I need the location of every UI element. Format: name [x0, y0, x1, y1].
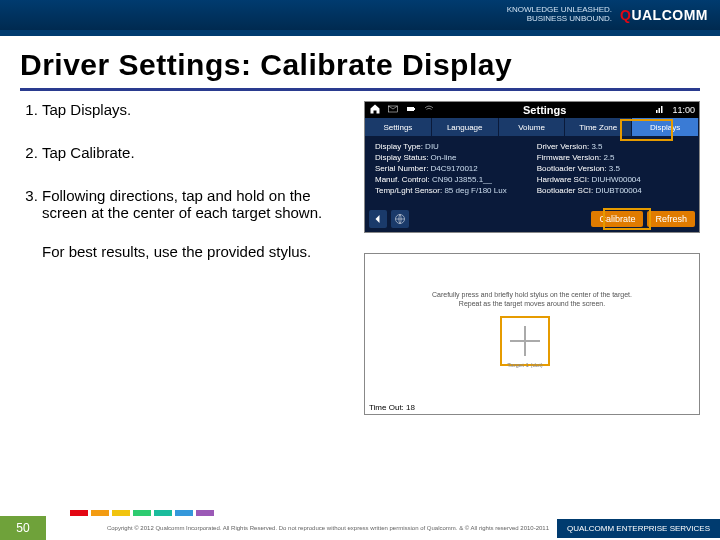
info-row: Firmware Version: 2.5 [537, 153, 642, 162]
timeout-text: Time Out: 18 [369, 403, 415, 412]
info-col-right: Driver Version: 3.5 Firmware Version: 2.… [537, 142, 642, 197]
settings-title: Settings [441, 104, 648, 116]
info-row: Driver Version: 3.5 [537, 142, 642, 151]
mail-icon [387, 103, 399, 117]
cal-line2: Repeat as the target moves around the sc… [365, 299, 699, 308]
calibrate-screenshot: Carefully press and briefly hold stylus … [364, 253, 700, 415]
brand-logo: QUALCOMM [620, 7, 708, 23]
step-1: Tap Displays. [42, 101, 350, 118]
footer-brand: QUALCOMM ENTERPRISE SERVICES [557, 519, 720, 538]
info-row: Manuf. Control: CN90 J3855.1__ [375, 175, 507, 184]
info-row: Display Type: DIU [375, 142, 507, 151]
back-icon[interactable] [369, 210, 387, 228]
tab-displays[interactable]: Displays [632, 118, 699, 136]
instructions: Tap Displays. Tap Calibrate. Following d… [20, 101, 350, 415]
step-note: For best results, use the provided stylu… [42, 243, 350, 260]
info-row: Bootloader Version: 3.5 [537, 164, 642, 173]
info-row: Display Status: On-line [375, 153, 507, 162]
globe-icon[interactable] [391, 210, 409, 228]
screenshots: Settings 11:00 Settings Language Volume … [364, 101, 700, 415]
highlight-target: Target 1 (dot) [500, 316, 550, 366]
tab-language[interactable]: Language [432, 118, 499, 136]
step-2: Tap Calibrate. [42, 144, 350, 161]
svg-rect-3 [656, 110, 658, 113]
home-icon [369, 103, 381, 117]
tab-volume[interactable]: Volume [499, 118, 566, 136]
tagline-line2: BUSINESS UNBOUND. [507, 15, 612, 24]
info-grid: Display Type: DIU Display Status: On-lin… [365, 136, 699, 203]
target-label: Target 1 (dot) [502, 362, 548, 368]
svg-rect-2 [414, 108, 415, 110]
step-3: Following directions, tap and hold on th… [42, 187, 350, 221]
status-bar: Settings 11:00 [365, 102, 699, 118]
battery-icon [405, 103, 417, 117]
crosshair-icon [510, 326, 540, 356]
info-row: Temp/Lght Sensor: 85 deg F/180 Lux [375, 186, 507, 195]
info-row: Bootloader SCI: DIUBT00004 [537, 186, 642, 195]
refresh-button[interactable]: Refresh [647, 211, 695, 227]
info-row: Serial Number: D4C9170012 [375, 164, 507, 173]
cal-line1: Carefully press and briefly hold stylus … [365, 290, 699, 299]
tabs-row: Settings Language Volume Time Zone Displ… [365, 118, 699, 136]
content-area: Tap Displays. Tap Calibrate. Following d… [0, 101, 720, 415]
info-col-left: Display Type: DIU Display Status: On-lin… [375, 142, 507, 197]
svg-rect-1 [407, 107, 414, 111]
header-rule [0, 30, 720, 36]
tab-settings[interactable]: Settings [365, 118, 432, 136]
header-bar: KNOWLEDGE UNLEASHED. BUSINESS UNBOUND. Q… [0, 0, 720, 30]
page-number: 50 [0, 516, 46, 540]
copyright: Copyright © 2012 Qualcomm Incorporated. … [107, 525, 549, 531]
info-row: Hardware SCI: DIUHW00004 [537, 175, 642, 184]
title-underline [20, 88, 700, 91]
header-tagline: KNOWLEDGE UNLEASHED. BUSINESS UNBOUND. [507, 6, 612, 24]
svg-rect-5 [661, 106, 663, 113]
tab-timezone[interactable]: Time Zone [565, 118, 632, 136]
calibrate-button[interactable]: Calibrate [591, 211, 643, 227]
clock-text: 11:00 [672, 105, 695, 115]
wifi-icon [423, 103, 435, 117]
svg-rect-4 [659, 108, 661, 113]
button-row: Calibrate Refresh [369, 210, 695, 228]
calibrate-instructions: Carefully press and briefly hold stylus … [365, 290, 699, 308]
signal-icon [654, 103, 666, 117]
footer: 50 Copyright © 2012 Qualcomm Incorporate… [0, 516, 720, 540]
settings-screenshot: Settings 11:00 Settings Language Volume … [364, 101, 700, 233]
brand-text: UALCOMM [631, 7, 708, 23]
page-title: Driver Settings: Calibrate Display [20, 48, 700, 82]
